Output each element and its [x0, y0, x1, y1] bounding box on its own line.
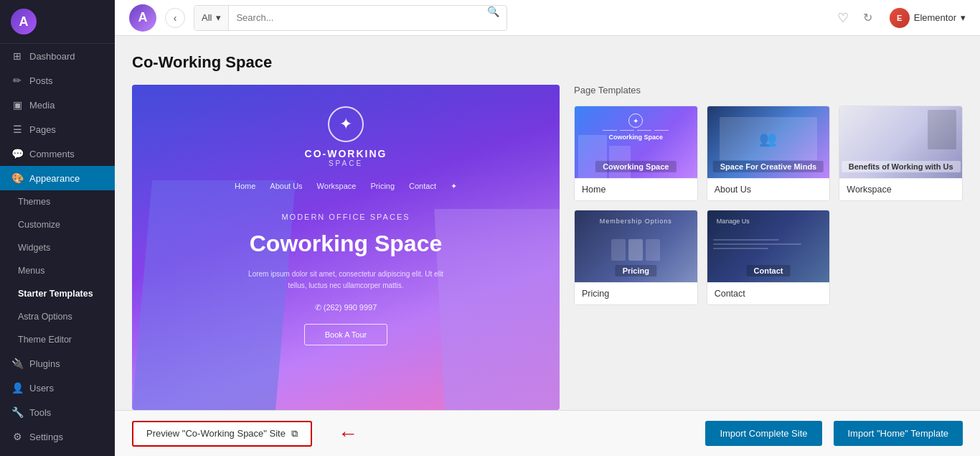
template-card-pricing[interactable]: Membership Options Pricing Pricing: [574, 210, 698, 305]
posts-icon: ✏: [11, 75, 24, 86]
sidebar-item-appearance[interactable]: 🎨 Appearance: [0, 166, 115, 190]
sidebar-item-astra-options[interactable]: Astra Options: [0, 305, 115, 328]
bottom-bar: Preview "Co-Working Space" Site ⧉ ← Impo…: [115, 410, 980, 456]
preview-logo-icon: ✦: [328, 106, 364, 142]
back-button[interactable]: ‹: [165, 8, 185, 28]
thumb-overlay-coworking: Coworking Space: [595, 161, 676, 172]
dashboard-icon: ⊞: [11, 50, 24, 62]
templates-label: Page Templates: [574, 85, 963, 96]
sidebar-item-themes[interactable]: Themes: [0, 190, 115, 213]
thumb-workspace-content: [839, 110, 962, 149]
settings-icon: ⚙: [11, 431, 24, 442]
sidebar-item-starter-templates[interactable]: Starter Templates: [0, 282, 115, 305]
preview-logo: ✦ Co-Working SPACE: [305, 106, 387, 167]
template-card-home[interactable]: ✦ Coworking Space: [574, 106, 698, 201]
thumb-about-image: 👥: [720, 117, 818, 160]
sidebar-item-plugins[interactable]: 🔌 Plugins: [0, 351, 115, 376]
users-label: Users: [29, 383, 54, 394]
preview-brand-sub: SPACE: [329, 159, 363, 167]
tools-icon: 🔧: [11, 406, 24, 418]
search-wrap: All ▾ 🔍: [194, 5, 507, 31]
thumb-pricing-content: Membership Options: [580, 218, 692, 261]
plugins-label: Plugins: [29, 358, 60, 369]
template-thumb-pricing: Membership Options Pricing: [575, 210, 697, 282]
sidebar: A ⊞ Dashboard ✏ Posts ▣ Media ☰ Pages 💬 …: [0, 0, 115, 456]
template-card-workspace[interactable]: Benefits of Working with Us Workspace: [839, 106, 963, 201]
thumb-price-card: [611, 239, 626, 261]
astra-options-label: Astra Options: [18, 312, 72, 322]
main-area: A ‹ All ▾ 🔍 ♡ ↻ E Elementor ▾ Co-Working…: [115, 0, 980, 456]
nav-social-icon: ✦: [451, 182, 457, 191]
search-input[interactable]: [229, 6, 480, 30]
topbar-logo: A: [129, 4, 156, 32]
thumb-contact-content: Manage Us: [713, 214, 824, 252]
user-menu[interactable]: E Elementor ▾: [890, 8, 966, 28]
preview-phone: ✆ (262) 990 9997: [315, 303, 377, 312]
external-link-icon: ⧉: [291, 428, 298, 439]
import-home-template-button[interactable]: Import "Home" Template: [834, 421, 963, 446]
customize-label: Customize: [18, 220, 60, 230]
sidebar-item-dashboard[interactable]: ⊞ Dashboard: [0, 44, 115, 68]
sidebar-item-settings[interactable]: ⚙ Settings: [0, 424, 115, 449]
sidebar-item-widgets[interactable]: Widgets: [0, 236, 115, 259]
user-dropdown-icon: ▾: [961, 12, 966, 23]
preview-site-button[interactable]: Preview "Co-Working Space" Site ⧉: [132, 421, 312, 447]
sidebar-logo-icon: A: [11, 9, 37, 34]
thumb-nav-lines: [603, 130, 669, 131]
user-label: Elementor: [914, 12, 956, 23]
sidebar-item-comments[interactable]: 💬 Comments: [0, 141, 115, 166]
sidebar-item-posts[interactable]: ✏ Posts: [0, 68, 115, 93]
menus-label: Menus: [18, 266, 45, 276]
sidebar-item-menus[interactable]: Menus: [0, 259, 115, 282]
template-card-contact[interactable]: Manage Us Contact Contact: [707, 210, 831, 305]
refresh-icon[interactable]: ↻: [863, 11, 872, 24]
template-thumb-about: 👥 Space For Creative Minds: [707, 106, 830, 178]
sidebar-item-label: Comments: [29, 149, 75, 159]
preview-nav: Home About Us Workspace Pricing Contact …: [235, 182, 457, 191]
search-icon: 🔍: [480, 6, 507, 30]
nav-contact: Contact: [409, 182, 436, 191]
thumb-overlay-about: Space For Creative Minds: [713, 161, 824, 172]
arrow-indicator: ←: [338, 422, 358, 445]
thumb-overlay-contact: Contact: [747, 265, 791, 276]
template-card-about[interactable]: 👥 Space For Creative Minds About Us: [707, 106, 831, 201]
template-thumb-workspace: Benefits of Working with Us: [839, 106, 962, 178]
import-complete-site-button[interactable]: Import Complete Site: [705, 421, 821, 446]
sidebar-item-pages[interactable]: ☰ Pages: [0, 117, 115, 141]
sidebar-item-label: Dashboard: [29, 51, 75, 62]
thumb-pricing-sub: Membership Options: [600, 218, 672, 225]
sidebar-item-media[interactable]: ▣ Media: [0, 93, 115, 117]
topbar: A ‹ All ▾ 🔍 ♡ ↻ E Elementor ▾: [115, 0, 980, 36]
content-body: ✦ Co-Working SPACE Home About Us Workspa…: [132, 85, 963, 410]
preview-cta-button[interactable]: Book A Tour: [304, 324, 388, 345]
sidebar-item-tools[interactable]: 🔧 Tools: [0, 400, 115, 424]
preview-hero-desc: Lorem ipsum dolor sit amet, consectetur …: [238, 269, 453, 292]
sidebar-item-users[interactable]: 👤 Users: [0, 376, 115, 400]
theme-editor-label: Theme Editor: [18, 335, 72, 345]
sidebar-item-theme-editor[interactable]: Theme Editor: [0, 328, 115, 351]
sidebar-item-label: Pages: [29, 124, 56, 135]
thumb-about-content: 👥: [707, 110, 830, 167]
sidebar-item-customize[interactable]: Customize: [0, 213, 115, 236]
preview-hero-sub: Modern Office Spaces: [281, 213, 410, 221]
plugins-icon: 🔌: [11, 358, 24, 369]
template-name-pricing: Pricing: [575, 282, 697, 304]
comments-icon: 💬: [11, 148, 24, 159]
thumb-overlay-workspace: Benefits of Working with Us: [842, 161, 961, 172]
thumb-price-card: [646, 239, 660, 261]
thumb-nav-line: [637, 130, 651, 131]
thumb-price-card: [628, 239, 643, 261]
nav-about: About Us: [270, 182, 302, 191]
content-area: Co-Working Space ✦ Co-Working SPACE: [115, 36, 980, 410]
template-thumb-home: ✦ Coworking Space: [575, 106, 697, 178]
sidebar-item-collapse[interactable]: ◀ Collapse menu: [0, 449, 115, 456]
preview-brand: Co-Working: [305, 148, 387, 159]
appearance-icon: 🎨: [11, 172, 24, 184]
thumb-nav-line: [620, 130, 634, 131]
favorites-icon[interactable]: ♡: [837, 10, 849, 26]
filter-dropdown[interactable]: All ▾: [194, 6, 229, 30]
tools-label: Tools: [29, 407, 51, 418]
red-arrow-icon: ←: [338, 422, 358, 445]
site-preview: ✦ Co-Working SPACE Home About Us Workspa…: [132, 85, 560, 410]
sidebar-item-label: Posts: [29, 75, 53, 86]
